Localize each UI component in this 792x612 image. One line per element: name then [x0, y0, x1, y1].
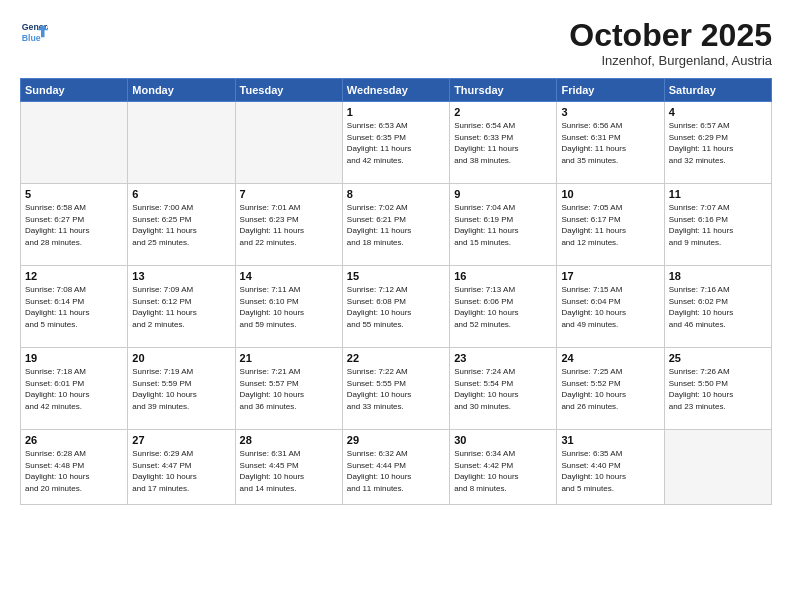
day-number: 27: [132, 434, 230, 446]
table-row: 6Sunrise: 7:00 AMSunset: 6:25 PMDaylight…: [128, 184, 235, 266]
day-number: 26: [25, 434, 123, 446]
cell-content: Sunrise: 7:24 AMSunset: 5:54 PMDaylight:…: [454, 366, 552, 412]
table-row: 25Sunrise: 7:26 AMSunset: 5:50 PMDayligh…: [664, 348, 771, 430]
page: General Blue October 2025 Inzenhof, Burg…: [0, 0, 792, 612]
cell-content: Sunrise: 7:25 AMSunset: 5:52 PMDaylight:…: [561, 366, 659, 412]
cell-content: Sunrise: 7:02 AMSunset: 6:21 PMDaylight:…: [347, 202, 445, 248]
svg-text:Blue: Blue: [22, 33, 41, 43]
day-number: 28: [240, 434, 338, 446]
table-row: 10Sunrise: 7:05 AMSunset: 6:17 PMDayligh…: [557, 184, 664, 266]
cell-content: Sunrise: 6:53 AMSunset: 6:35 PMDaylight:…: [347, 120, 445, 166]
table-row: 18Sunrise: 7:16 AMSunset: 6:02 PMDayligh…: [664, 266, 771, 348]
table-row: 13Sunrise: 7:09 AMSunset: 6:12 PMDayligh…: [128, 266, 235, 348]
table-row: 9Sunrise: 7:04 AMSunset: 6:19 PMDaylight…: [450, 184, 557, 266]
col-friday: Friday: [557, 79, 664, 102]
day-number: 15: [347, 270, 445, 282]
day-number: 23: [454, 352, 552, 364]
cell-content: Sunrise: 7:22 AMSunset: 5:55 PMDaylight:…: [347, 366, 445, 412]
day-number: 9: [454, 188, 552, 200]
table-row: 27Sunrise: 6:29 AMSunset: 4:47 PMDayligh…: [128, 430, 235, 505]
title-block: October 2025 Inzenhof, Burgenland, Austr…: [569, 18, 772, 68]
cell-content: Sunrise: 6:56 AMSunset: 6:31 PMDaylight:…: [561, 120, 659, 166]
day-number: 1: [347, 106, 445, 118]
cell-content: Sunrise: 7:12 AMSunset: 6:08 PMDaylight:…: [347, 284, 445, 330]
table-row: 16Sunrise: 7:13 AMSunset: 6:06 PMDayligh…: [450, 266, 557, 348]
day-number: 16: [454, 270, 552, 282]
table-row: 12Sunrise: 7:08 AMSunset: 6:14 PMDayligh…: [21, 266, 128, 348]
table-row: 7Sunrise: 7:01 AMSunset: 6:23 PMDaylight…: [235, 184, 342, 266]
header: General Blue October 2025 Inzenhof, Burg…: [20, 18, 772, 68]
table-row: 17Sunrise: 7:15 AMSunset: 6:04 PMDayligh…: [557, 266, 664, 348]
col-saturday: Saturday: [664, 79, 771, 102]
day-number: 2: [454, 106, 552, 118]
cell-content: Sunrise: 6:34 AMSunset: 4:42 PMDaylight:…: [454, 448, 552, 494]
col-sunday: Sunday: [21, 79, 128, 102]
table-row: 4Sunrise: 6:57 AMSunset: 6:29 PMDaylight…: [664, 102, 771, 184]
location-subtitle: Inzenhof, Burgenland, Austria: [569, 53, 772, 68]
logo-icon: General Blue: [20, 18, 48, 46]
cell-content: Sunrise: 7:01 AMSunset: 6:23 PMDaylight:…: [240, 202, 338, 248]
table-row: [235, 102, 342, 184]
cell-content: Sunrise: 7:04 AMSunset: 6:19 PMDaylight:…: [454, 202, 552, 248]
cell-content: Sunrise: 7:08 AMSunset: 6:14 PMDaylight:…: [25, 284, 123, 330]
cell-content: Sunrise: 6:54 AMSunset: 6:33 PMDaylight:…: [454, 120, 552, 166]
month-title: October 2025: [569, 18, 772, 53]
cell-content: Sunrise: 7:11 AMSunset: 6:10 PMDaylight:…: [240, 284, 338, 330]
cell-content: Sunrise: 6:35 AMSunset: 4:40 PMDaylight:…: [561, 448, 659, 494]
table-row: 23Sunrise: 7:24 AMSunset: 5:54 PMDayligh…: [450, 348, 557, 430]
logo: General Blue: [20, 18, 48, 46]
cell-content: Sunrise: 7:19 AMSunset: 5:59 PMDaylight:…: [132, 366, 230, 412]
table-row: 14Sunrise: 7:11 AMSunset: 6:10 PMDayligh…: [235, 266, 342, 348]
day-number: 7: [240, 188, 338, 200]
col-tuesday: Tuesday: [235, 79, 342, 102]
table-row: 22Sunrise: 7:22 AMSunset: 5:55 PMDayligh…: [342, 348, 449, 430]
day-number: 31: [561, 434, 659, 446]
day-number: 18: [669, 270, 767, 282]
cell-content: Sunrise: 6:28 AMSunset: 4:48 PMDaylight:…: [25, 448, 123, 494]
cell-content: Sunrise: 7:07 AMSunset: 6:16 PMDaylight:…: [669, 202, 767, 248]
table-row: 2Sunrise: 6:54 AMSunset: 6:33 PMDaylight…: [450, 102, 557, 184]
cell-content: Sunrise: 6:29 AMSunset: 4:47 PMDaylight:…: [132, 448, 230, 494]
day-number: 22: [347, 352, 445, 364]
cell-content: Sunrise: 6:32 AMSunset: 4:44 PMDaylight:…: [347, 448, 445, 494]
day-number: 12: [25, 270, 123, 282]
day-number: 3: [561, 106, 659, 118]
calendar-header-row: Sunday Monday Tuesday Wednesday Thursday…: [21, 79, 772, 102]
day-number: 30: [454, 434, 552, 446]
cell-content: Sunrise: 7:26 AMSunset: 5:50 PMDaylight:…: [669, 366, 767, 412]
table-row: 31Sunrise: 6:35 AMSunset: 4:40 PMDayligh…: [557, 430, 664, 505]
table-row: 29Sunrise: 6:32 AMSunset: 4:44 PMDayligh…: [342, 430, 449, 505]
table-row: [128, 102, 235, 184]
cell-content: Sunrise: 7:16 AMSunset: 6:02 PMDaylight:…: [669, 284, 767, 330]
day-number: 29: [347, 434, 445, 446]
table-row: 24Sunrise: 7:25 AMSunset: 5:52 PMDayligh…: [557, 348, 664, 430]
col-wednesday: Wednesday: [342, 79, 449, 102]
day-number: 17: [561, 270, 659, 282]
col-monday: Monday: [128, 79, 235, 102]
day-number: 14: [240, 270, 338, 282]
table-row: 8Sunrise: 7:02 AMSunset: 6:21 PMDaylight…: [342, 184, 449, 266]
table-row: 5Sunrise: 6:58 AMSunset: 6:27 PMDaylight…: [21, 184, 128, 266]
table-row: 1Sunrise: 6:53 AMSunset: 6:35 PMDaylight…: [342, 102, 449, 184]
table-row: 3Sunrise: 6:56 AMSunset: 6:31 PMDaylight…: [557, 102, 664, 184]
cell-content: Sunrise: 7:09 AMSunset: 6:12 PMDaylight:…: [132, 284, 230, 330]
table-row: 21Sunrise: 7:21 AMSunset: 5:57 PMDayligh…: [235, 348, 342, 430]
table-row: 30Sunrise: 6:34 AMSunset: 4:42 PMDayligh…: [450, 430, 557, 505]
cell-content: Sunrise: 7:13 AMSunset: 6:06 PMDaylight:…: [454, 284, 552, 330]
table-row: 26Sunrise: 6:28 AMSunset: 4:48 PMDayligh…: [21, 430, 128, 505]
table-row: 11Sunrise: 7:07 AMSunset: 6:16 PMDayligh…: [664, 184, 771, 266]
table-row: 28Sunrise: 6:31 AMSunset: 4:45 PMDayligh…: [235, 430, 342, 505]
cell-content: Sunrise: 6:31 AMSunset: 4:45 PMDaylight:…: [240, 448, 338, 494]
cell-content: Sunrise: 7:21 AMSunset: 5:57 PMDaylight:…: [240, 366, 338, 412]
col-thursday: Thursday: [450, 79, 557, 102]
day-number: 8: [347, 188, 445, 200]
table-row: 15Sunrise: 7:12 AMSunset: 6:08 PMDayligh…: [342, 266, 449, 348]
cell-content: Sunrise: 7:15 AMSunset: 6:04 PMDaylight:…: [561, 284, 659, 330]
day-number: 11: [669, 188, 767, 200]
day-number: 6: [132, 188, 230, 200]
table-row: 19Sunrise: 7:18 AMSunset: 6:01 PMDayligh…: [21, 348, 128, 430]
cell-content: Sunrise: 7:18 AMSunset: 6:01 PMDaylight:…: [25, 366, 123, 412]
calendar-table: Sunday Monday Tuesday Wednesday Thursday…: [20, 78, 772, 505]
cell-content: Sunrise: 7:00 AMSunset: 6:25 PMDaylight:…: [132, 202, 230, 248]
table-row: 20Sunrise: 7:19 AMSunset: 5:59 PMDayligh…: [128, 348, 235, 430]
